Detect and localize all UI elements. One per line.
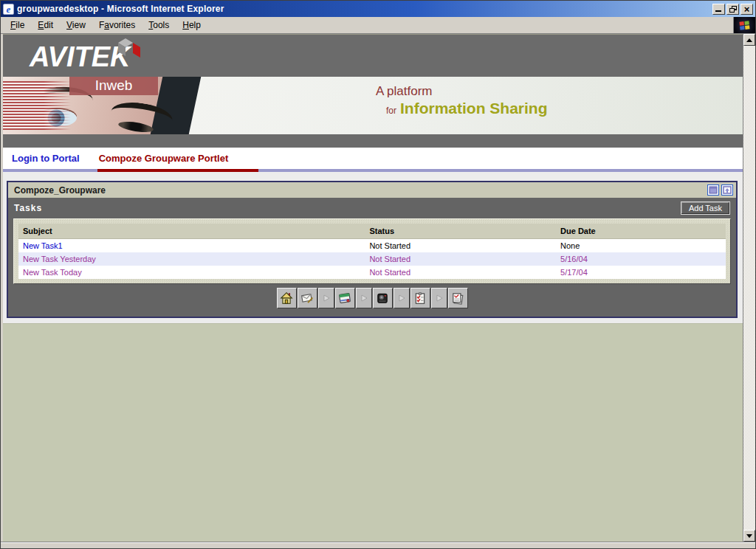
tagline-for: for [386,106,396,116]
portlet-title: Compoze_Groupware [14,185,705,196]
active-tab-indicator [97,169,258,172]
tab-row: Login to Portal Compoze Groupware Portle… [3,148,743,169]
notes-button[interactable] [448,288,468,308]
portlet-header: Compoze_Groupware [8,182,736,198]
task-due-date: None [560,241,580,250]
table-row: New Task Yesterday Not Started 5/16/04 [18,252,726,266]
task-status: Not Started [369,268,410,277]
minimize-icon [715,10,721,12]
maximize-window-icon [723,186,732,194]
vertical-scrollbar[interactable] [743,34,755,542]
task-subject-link[interactable]: New Task1 [23,241,63,250]
task-subject-link[interactable]: New Task Today [23,268,82,277]
calendar-icon [338,291,351,305]
windows-logo-icon [733,17,755,33]
windows-flag [739,21,749,30]
tab-underline [3,169,743,172]
toolbar-arrow-button[interactable] [356,288,372,308]
avitek-cubes-icon [114,35,148,65]
toolbar-arrow-button[interactable] [318,288,334,308]
divider-band [3,134,743,148]
tasks-header-bar: Tasks Add Task [8,198,736,218]
portlet-zone: Compoze_Groupware [3,172,743,323]
table-header-row: Subject Status Due Date [18,224,726,239]
menu-tools[interactable]: Tools [142,18,176,32]
menu-view[interactable]: View [60,18,92,32]
groupware-portlet: Compoze_Groupware [7,181,738,318]
up-arrow-icon [746,38,752,42]
right-arrow-icon [435,294,444,303]
browser-window: e groupwaredesktop - Microsoft Internet … [0,0,756,549]
stripe-pattern [3,81,71,130]
right-arrow-icon [322,294,331,303]
inweb-label: Inweb [69,77,158,95]
down-arrow-icon [746,534,752,538]
menu-favorites[interactable]: Favorites [92,18,142,32]
title-bar: e groupwaredesktop - Microsoft Internet … [1,1,755,17]
notes-icon [451,291,464,305]
column-subject: Subject [18,224,365,239]
menu-edit[interactable]: Edit [31,18,60,32]
minimize-window-icon [709,186,718,194]
tab-compoze-groupware-portlet[interactable]: Compoze Groupware Portlet [99,153,229,164]
add-task-button[interactable]: Add Task [681,201,730,215]
page-content: AVITEK [1,34,743,542]
restore-icon-back [729,8,735,13]
table-row: New Task1 Not Started None [18,239,726,253]
tab-login-to-portal[interactable]: Login to Portal [12,153,80,164]
menu-bar: File Edit View Favorites Tools Help [1,17,755,34]
tagline: A platform forInformation Sharing [376,84,548,117]
internet-explorer-icon: e [3,4,14,15]
minimize-button[interactable] [712,4,725,15]
page-background [3,323,743,542]
column-status: Status [365,224,556,239]
home-button[interactable] [277,288,297,308]
restore-button[interactable] [726,4,739,15]
contacts-icon [376,291,389,305]
portlet-maximize-button[interactable] [721,184,733,196]
banner-image: Inweb A platform forInformation Sharing [3,77,743,134]
portlet-body: Tasks Add Task Subject Status D [8,198,736,317]
close-button[interactable]: × [740,4,753,15]
tasks-table-panel: Subject Status Due Date New Task1 Not St… [13,218,731,284]
menu-help[interactable]: Help [176,18,207,32]
mail-button[interactable] [298,288,317,308]
task-due-date: 5/17/04 [560,268,588,277]
close-icon: × [741,4,752,15]
task-subject-link[interactable]: New Task Yesterday [23,255,96,263]
task-status: Not Started [369,241,410,250]
home-icon [280,291,293,305]
task-status: Not Started [369,255,410,263]
window-title: groupwaredesktop - Microsoft Internet Ex… [17,4,711,14]
contacts-button[interactable] [373,288,393,308]
menu-items: File Edit View Favorites Tools Help [1,17,733,33]
tasks-button[interactable] [410,288,430,308]
tasks-icon [413,291,427,305]
scroll-up-button[interactable] [743,34,755,46]
tasks-section-title: Tasks [14,203,681,213]
right-arrow-icon [360,294,368,303]
task-due-date: 5/16/04 [560,255,588,263]
menu-file[interactable]: File [4,18,31,32]
brand-band: AVITEK [3,34,743,77]
portlet-minimize-button[interactable] [707,184,719,196]
window-bottom-border [1,542,755,548]
tagline-line1: A platform [376,84,548,99]
right-arrow-icon [397,294,406,303]
toolbar-arrow-button[interactable] [431,288,447,308]
tasks-table: Subject Status Due Date New Task1 Not St… [18,224,726,279]
column-due-date: Due Date [556,224,726,239]
groupware-toolbar [8,286,736,311]
table-row: New Task Today Not Started 5/17/04 [18,266,726,279]
mail-compose-icon [300,291,314,305]
tagline-line2: Information Sharing [400,100,548,117]
calendar-button[interactable] [335,288,355,308]
scroll-down-button[interactable] [743,530,755,542]
toolbar-arrow-button[interactable] [394,288,410,308]
